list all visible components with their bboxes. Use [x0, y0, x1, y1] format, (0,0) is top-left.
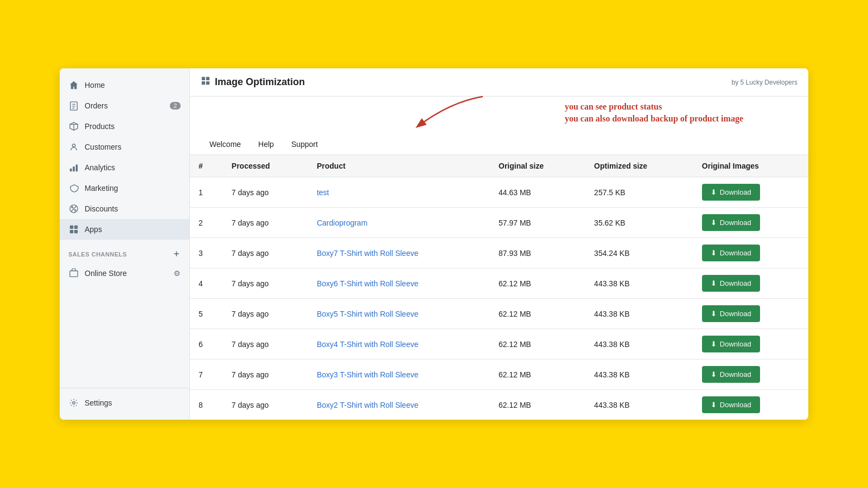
sidebar-item-apps-label: Apps [85, 225, 102, 234]
main-content: Image Optimization by 5 Lucky Developers… [190, 68, 808, 420]
col-original-images: Original Images [693, 155, 808, 177]
cell-download: ⬇ Download [693, 238, 808, 268]
table-row: 3 7 days ago Boxy7 T-Shirt with Roll Sle… [190, 238, 808, 268]
download-icon: ⬇ [711, 340, 717, 348]
download-button[interactable]: ⬇ Download [702, 184, 760, 201]
cell-original-size: 87.93 MB [490, 238, 585, 268]
settings-icon [68, 397, 79, 408]
main-header: Image Optimization by 5 Lucky Developers [190, 68, 808, 97]
product-link[interactable]: Boxy2 T-Shirt with Roll Sleeve [317, 401, 418, 409]
sidebar-item-home-label: Home [85, 81, 105, 89]
sidebar-item-home[interactable]: Home [60, 75, 189, 95]
product-link[interactable]: Boxy7 T-Shirt with Roll Sleeve [317, 249, 418, 258]
download-button[interactable]: ⬇ Download [702, 275, 760, 292]
product-link[interactable]: Cardioprogram [317, 219, 367, 227]
download-button[interactable]: ⬇ Download [702, 214, 760, 231]
col-num: # [190, 155, 223, 177]
sidebar-item-settings[interactable]: Settings [60, 393, 189, 413]
online-store-icon [68, 268, 79, 279]
cell-product: Boxy6 T-Shirt with Roll Sleeve [308, 268, 490, 299]
sidebar-bottom: Settings [60, 388, 189, 413]
product-link[interactable]: Boxy3 T-Shirt with Roll Sleeve [317, 370, 418, 379]
sales-channels-section: SALES CHANNELS ＋ [60, 240, 189, 263]
product-link[interactable]: test [317, 188, 329, 197]
sidebar-item-orders[interactable]: Orders 2 [60, 95, 189, 116]
cell-num: 1 [190, 177, 223, 208]
svg-rect-14 [74, 226, 78, 229]
table-row: 4 7 days ago Boxy6 T-Shirt with Roll Sle… [190, 268, 808, 299]
cell-download: ⬇ Download [693, 390, 808, 420]
download-icon: ⬇ [711, 310, 717, 318]
sidebar-item-customers[interactable]: Customers [60, 137, 189, 157]
cell-download: ⬇ Download [693, 329, 808, 359]
svg-point-11 [74, 209, 76, 211]
sidebar-item-discounts[interactable]: Discounts [60, 198, 189, 219]
cell-original-size: 62.12 MB [490, 299, 585, 329]
table-row: 5 7 days ago Boxy5 T-Shirt with Roll Sle… [190, 299, 808, 329]
svg-rect-15 [70, 230, 73, 233]
cell-download: ⬇ Download [693, 299, 808, 329]
annotation-text: you can see product status you can also … [565, 101, 743, 125]
analytics-icon [68, 162, 79, 173]
orders-icon [68, 100, 79, 111]
cell-product: Cardioprogram [308, 208, 490, 238]
tab-welcome[interactable]: Welcome [201, 134, 250, 155]
sidebar-item-settings-label: Settings [85, 399, 112, 407]
svg-rect-19 [202, 77, 205, 80]
add-sales-channel-icon[interactable]: ＋ [172, 248, 181, 260]
sidebar-item-customers-label: Customers [85, 143, 122, 151]
products-icon [68, 121, 79, 132]
product-link[interactable]: Boxy5 T-Shirt with Roll Sleeve [317, 310, 418, 318]
cell-optimized-size: 443.38 KB [585, 390, 693, 420]
apps-icon [68, 224, 79, 235]
cell-processed: 7 days ago [223, 299, 308, 329]
product-link[interactable]: Boxy4 T-Shirt with Roll Sleeve [317, 340, 418, 349]
cell-optimized-size: 443.38 KB [585, 329, 693, 359]
download-icon: ⬇ [711, 249, 717, 257]
cell-product: Boxy3 T-Shirt with Roll Sleeve [308, 359, 490, 390]
cell-processed: 7 days ago [223, 329, 308, 359]
download-button[interactable]: ⬇ Download [702, 305, 760, 322]
download-button[interactable]: ⬇ Download [702, 366, 760, 383]
cell-optimized-size: 354.24 KB [585, 238, 693, 268]
orders-badge: 2 [170, 102, 181, 110]
cell-optimized-size: 35.62 KB [585, 208, 693, 238]
sidebar-item-products[interactable]: Products [60, 116, 189, 137]
cell-num: 4 [190, 268, 223, 299]
table-container: # Processed Product Original size Optimi… [190, 155, 808, 420]
tab-help[interactable]: Help [250, 134, 283, 155]
download-button[interactable]: ⬇ Download [702, 396, 760, 413]
table-row: 6 7 days ago Boxy4 T-Shirt with Roll Sle… [190, 329, 808, 359]
download-button[interactable]: ⬇ Download [702, 336, 760, 352]
sidebar-item-apps[interactable]: Apps [60, 219, 189, 240]
cell-num: 5 [190, 299, 223, 329]
svg-rect-7 [70, 169, 72, 171]
sales-channels-label: SALES CHANNELS [68, 251, 127, 258]
sidebar-item-marketing[interactable]: Marketing [60, 178, 189, 198]
cell-processed: 7 days ago [223, 238, 308, 268]
customers-icon [68, 142, 79, 152]
col-original-size: Original size [490, 155, 585, 177]
download-icon: ⬇ [711, 370, 717, 378]
cell-optimized-size: 443.38 KB [585, 268, 693, 299]
download-icon: ⬇ [711, 401, 717, 409]
tab-support[interactable]: Support [283, 134, 327, 155]
download-button[interactable]: ⬇ Download [702, 245, 760, 261]
online-store-settings-icon[interactable]: ⚙ [174, 269, 181, 278]
cell-optimized-size: 257.5 KB [585, 177, 693, 208]
app-container: Home Orders 2 Products Customers Analy [60, 68, 808, 420]
sidebar-item-products-label: Products [85, 122, 114, 131]
sidebar-item-analytics[interactable]: Analytics [60, 157, 189, 178]
svg-rect-17 [70, 271, 78, 277]
cell-optimized-size: 443.38 KB [585, 299, 693, 329]
cell-num: 6 [190, 329, 223, 359]
svg-rect-16 [74, 230, 78, 233]
cell-product: test [308, 177, 490, 208]
sidebar-item-online-store[interactable]: Online Store ⚙ [60, 263, 189, 284]
product-link[interactable]: Boxy6 T-Shirt with Roll Sleeve [317, 279, 418, 288]
annotation-arrow [385, 91, 494, 134]
cell-original-size: 62.12 MB [490, 359, 585, 390]
annotation-line1: you can see product status [565, 101, 743, 113]
cell-optimized-size: 443.38 KB [585, 359, 693, 390]
cell-original-size: 62.12 MB [490, 390, 585, 420]
